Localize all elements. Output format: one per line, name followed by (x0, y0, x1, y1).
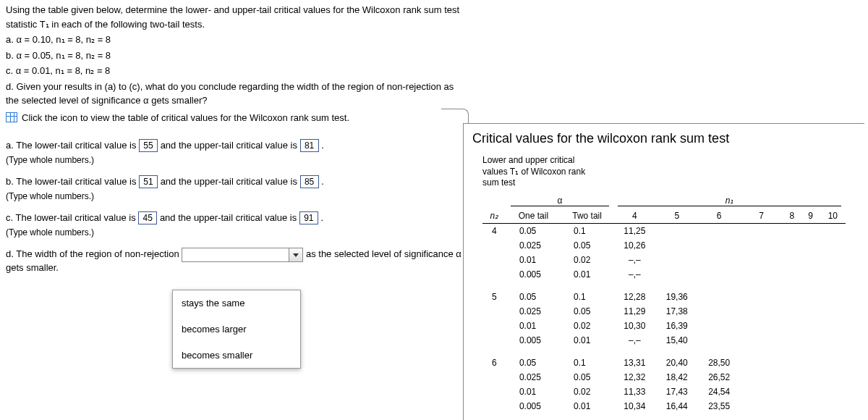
table-row: 0.0250.0510,26 (482, 238, 846, 253)
table-row: 50.050.112,2819,36 (482, 282, 846, 304)
question-c: c. α = 0.01, n₁ = 8, n₂ = 8 (6, 64, 461, 78)
two-tail-header: Two tail (561, 209, 613, 224)
ans-c-lower-input[interactable] (138, 211, 157, 224)
answer-a: a. The lower-tail critical value is and … (6, 139, 461, 152)
table-row: 0.010.0210,3016,39 (482, 319, 846, 333)
ans-a-lower-input[interactable] (139, 139, 158, 152)
question-b: b. α = 0.05, n₁ = 8, n₂ = 8 (6, 49, 461, 63)
option-stays-same[interactable]: stays the same (173, 290, 300, 316)
table-row: 40.050.111,25 (482, 223, 846, 238)
critical-values-panel: Critical values for the wilcoxon rank su… (463, 123, 864, 420)
ans-c-prefix: c. The lower-tail critical value is (6, 212, 138, 223)
alpha-header: α (511, 196, 609, 206)
ans-a-prefix: a. The lower-tail critical value is (6, 140, 139, 151)
hint-a: (Type whole numbers.) (6, 155, 461, 165)
link-text: Click the icon to view the table of crit… (22, 111, 349, 125)
hint-b: (Type whole numbers.) (6, 191, 461, 201)
ans-b-mid: and the upper-tail critical value is (161, 176, 300, 187)
question-a: a. α = 0.10, n₁ = 8, n₂ = 8 (6, 33, 461, 47)
ans-c-upper-input[interactable] (299, 211, 318, 224)
table-row: 0.0050.01–,–15,40 (482, 333, 846, 348)
answer-c: c. The lower-tail critical value is and … (6, 211, 461, 224)
ans-a-mid: and the upper-tail critical value is (161, 140, 300, 151)
ans-b-upper-input[interactable] (300, 175, 319, 188)
table-row: 60.050.113,3120,4028,50 (482, 348, 846, 370)
table-icon (6, 112, 17, 122)
svg-marker-0 (293, 253, 299, 257)
ans-b-lower-input[interactable] (139, 175, 158, 188)
ans-d-prefix: d. The width of the region of non-reject… (6, 248, 182, 259)
question-intro: Using the table given below, determine t… (6, 3, 461, 31)
table-caption: Lower and upper critical values T₁ of Wi… (482, 155, 846, 189)
ans-a-upper-input[interactable] (300, 139, 319, 152)
question-d: d. Given your results in (a) to (c), wha… (6, 80, 461, 108)
table-row: 0.0050.0110,3416,4423,55 (482, 399, 846, 413)
table-row: 0.010.0211,3317,4324,54 (482, 385, 846, 399)
critical-values-table: α n₁ n₂ One tail Two tail 4 5 6 7 8 9 10… (482, 193, 846, 420)
n2-header: n₂ (482, 209, 506, 224)
question-block: Using the table given below, determine t… (6, 3, 461, 125)
table-row: 0.0050.01–,– (482, 267, 846, 282)
ans-b-prefix: b. The lower-tail critical value is (6, 176, 139, 187)
answer-d: d. The width of the region of non-reject… (6, 248, 461, 273)
table-row: 70.050.114,3421,4429,5539,66 (482, 413, 846, 420)
table-row: 0.0250.0511,2917,38 (482, 304, 846, 319)
answer-d-dropdown[interactable] (182, 248, 303, 262)
table-row: 0.010.02–,– (482, 253, 846, 267)
chevron-down-icon (289, 248, 302, 261)
critical-values-link[interactable]: Click the icon to view the table of crit… (6, 111, 461, 125)
option-becomes-larger[interactable]: becomes larger (173, 316, 300, 342)
dropdown-options-popup: stays the same becomes larger becomes sm… (172, 290, 301, 369)
panel-title: Critical values for the wilcoxon rank su… (464, 124, 864, 152)
n1-header: n₁ (618, 196, 841, 206)
hint-c: (Type whole numbers.) (6, 227, 461, 238)
table-row: 0.0250.0512,3218,4226,52 (482, 370, 846, 385)
option-becomes-smaller[interactable]: becomes smaller (173, 342, 300, 368)
one-tail-header: One tail (506, 209, 561, 224)
answer-b: b. The lower-tail critical value is and … (6, 175, 461, 188)
ans-c-mid: and the upper-tail critical value is (160, 212, 299, 223)
dropdown-value (182, 248, 289, 261)
